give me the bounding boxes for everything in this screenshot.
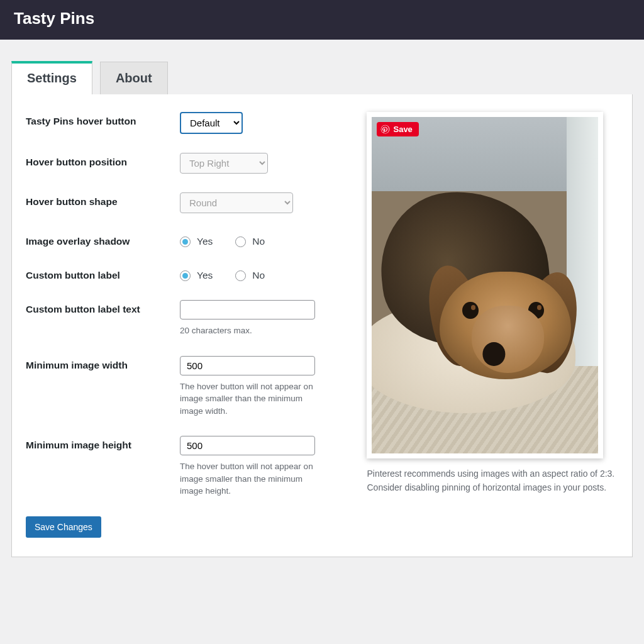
label-hover-position: Hover button position (26, 153, 180, 168)
label-min-height: Minimum image height (26, 436, 180, 451)
radio-custom-no[interactable]: No (235, 270, 265, 281)
helper-min-height: The hover button will not appear on imag… (180, 460, 315, 497)
label-overlay-shadow: Image overlay shadow (26, 232, 180, 247)
input-min-height[interactable] (180, 436, 315, 455)
input-min-width[interactable] (180, 356, 315, 375)
preview-image (372, 117, 598, 453)
helper-min-width: The hover button will not appear on imag… (180, 380, 315, 418)
save-button[interactable]: Save Changes (26, 516, 101, 538)
pinterest-save-button[interactable]: Save (377, 122, 418, 136)
helper-custom-text: 20 characters max. (180, 325, 315, 337)
label-min-width: Minimum image width (26, 356, 180, 371)
radio-overlay-yes[interactable]: Yes (180, 236, 213, 247)
preview-column: Save Pinterest recommends using images w… (367, 112, 618, 494)
radio-overlay-yes-input[interactable] (180, 236, 191, 247)
preview-card: Save (367, 112, 603, 458)
label-hover-button: Tasty Pins hover button (26, 112, 180, 127)
pinterest-icon (380, 125, 390, 134)
tab-about[interactable]: About (100, 62, 168, 94)
app-title: Tasty Pins (14, 9, 630, 28)
tab-settings[interactable]: Settings (11, 61, 92, 94)
settings-panel: Tasty Pins hover button Default Hover bu… (11, 94, 633, 557)
select-hover-shape[interactable]: Round (180, 192, 293, 213)
select-hover-button[interactable]: Default (180, 112, 243, 134)
radio-custom-yes-input[interactable] (180, 270, 191, 281)
pinterest-save-label: Save (393, 125, 412, 134)
input-custom-text[interactable] (180, 300, 315, 319)
radio-overlay-no-input[interactable] (235, 236, 246, 247)
radio-custom-yes[interactable]: Yes (180, 270, 213, 281)
preview-note: Pinterest recommends using images with a… (367, 467, 618, 494)
label-custom-text: Custom button label text (26, 300, 180, 315)
app-header: Tasty Pins (0, 0, 644, 40)
label-custom-button: Custom button label (26, 266, 180, 281)
select-hover-position[interactable]: Top Right (180, 153, 268, 174)
label-hover-shape: Hover button shape (26, 192, 180, 208)
tab-bar: Settings About (11, 61, 633, 94)
radio-custom-no-input[interactable] (235, 270, 246, 281)
radio-overlay-no[interactable]: No (235, 236, 265, 247)
